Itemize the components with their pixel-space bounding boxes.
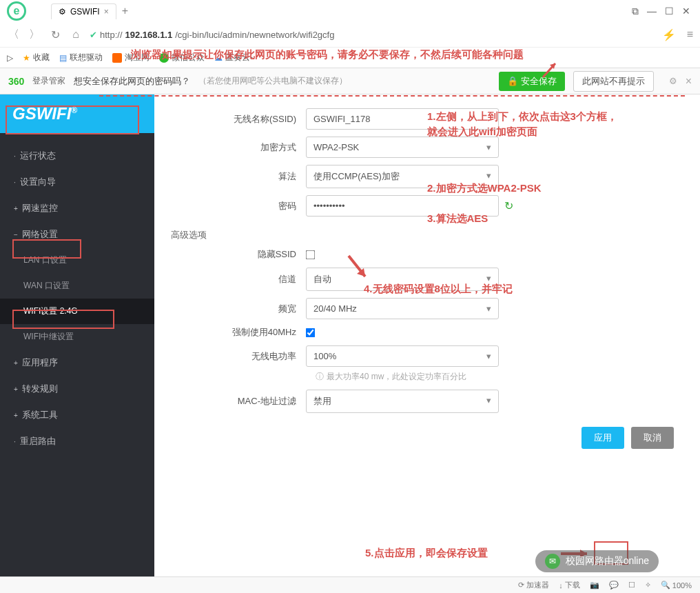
bookmark-item[interactable]: ☁蓝奏云- bbox=[214, 52, 253, 63]
refresh-icon[interactable]: ↻ bbox=[504, 199, 513, 212]
bookmark-item[interactable]: ▤联想驱动 bbox=[59, 52, 103, 63]
browser-chrome: e ⚙ GSWIFI × + ⧉ — ☐ ✕ 〈 〉 ↻ ⌂ ✔ http://… bbox=[0, 0, 700, 68]
status-download[interactable]: ↓ 下载 bbox=[559, 580, 580, 590]
browser-tab[interactable]: ⚙ GSWIFI × bbox=[51, 3, 116, 19]
sidebar-item-wan[interactable]: WAN 口设置 bbox=[0, 273, 154, 299]
star-icon: ★ bbox=[23, 53, 30, 63]
channel-select[interactable]: 自动 bbox=[306, 268, 499, 291]
tab-favicon: ⚙ bbox=[59, 7, 66, 17]
nav-back-icon[interactable]: 〈 bbox=[7, 28, 21, 42]
status-bar: ⟳ 加速器 ↓ 下载 📷 💬 ☐ ✧ 🔍 100% bbox=[0, 576, 700, 593]
channel-label: 信道 bbox=[168, 273, 306, 285]
hide-ssid-checkbox[interactable] bbox=[306, 250, 316, 259]
wechat-icon: ✉ bbox=[545, 554, 560, 569]
pm-text: 想安全保存此网页的密码吗？ bbox=[74, 75, 190, 88]
url-path: /cgi-bin/luci/admin/newnetwork/wifi2gcfg bbox=[175, 30, 334, 40]
sidebar-item-status[interactable]: ·运行状态 bbox=[0, 143, 154, 169]
force40-checkbox[interactable] bbox=[306, 328, 316, 337]
password-manager-bar: 360 登录管家 想安全保存此网页的密码吗？ （若您使用网吧等公共电脑不建议保存… bbox=[0, 68, 700, 94]
window-restore-icon[interactable]: ⧉ bbox=[632, 6, 639, 17]
nav-home-icon[interactable]: ⌂ bbox=[69, 28, 83, 41]
watermark: ✉ 校园网路由器online bbox=[535, 550, 659, 572]
bookmark-toggle-icon[interactable]: ▷ bbox=[7, 53, 13, 63]
password-input[interactable] bbox=[306, 195, 499, 217]
sidebar-item-forward[interactable]: +转发规则 bbox=[0, 376, 154, 402]
apply-button[interactable]: 应用 bbox=[581, 427, 624, 449]
status-icon[interactable]: 📷 bbox=[590, 581, 599, 590]
browser-logo: e bbox=[3, 0, 30, 25]
sidebar-item-wizard[interactable]: ·设置向导 bbox=[0, 169, 154, 195]
pm-note: （若您使用网吧等公共电脑不建议保存） bbox=[198, 75, 347, 87]
status-icon[interactable]: ☐ bbox=[628, 581, 635, 590]
power-select[interactable]: 100% bbox=[306, 345, 499, 367]
window-controls: ⧉ — ☐ ✕ bbox=[632, 6, 697, 17]
flash-icon[interactable]: ⚡ bbox=[662, 28, 676, 41]
new-tab-button[interactable]: + bbox=[122, 5, 128, 17]
ssid-input[interactable] bbox=[306, 108, 499, 130]
encryption-label: 加密方式 bbox=[168, 141, 306, 154]
annotation-dashline bbox=[99, 95, 685, 97]
nav-reload-icon[interactable]: ↻ bbox=[48, 28, 62, 41]
address-bar[interactable]: ✔ http://192.168.1.1/cgi-bin/luci/admin/… bbox=[90, 30, 655, 40]
sidebar-item-wifi24g[interactable]: WIFI设置 2.4G bbox=[0, 299, 154, 324]
url-host: 192.168.1.1 bbox=[125, 30, 173, 40]
mac-filter-select[interactable]: 禁用 bbox=[306, 390, 499, 413]
window-min-icon[interactable]: — bbox=[647, 6, 657, 17]
algorithm-label: 算法 bbox=[168, 170, 306, 183]
url-scheme: http:// bbox=[100, 30, 123, 40]
hide-ssid-label: 隐藏SSID bbox=[168, 248, 306, 261]
bandwidth-label: 频宽 bbox=[168, 303, 306, 315]
doc-icon: ▤ bbox=[59, 53, 67, 63]
router-logo: GSWIFI® bbox=[0, 94, 154, 133]
window-close-icon[interactable]: ✕ bbox=[682, 6, 690, 17]
sidebar-item-apps[interactable]: +应用程序 bbox=[0, 350, 154, 376]
sidebar-item-system[interactable]: +系统工具 bbox=[0, 402, 154, 428]
sidebar-item-reboot[interactable]: ·重启路由 bbox=[0, 428, 154, 454]
password-label: 密码 bbox=[168, 200, 306, 212]
algorithm-select[interactable]: 使用CCMP(AES)加密 bbox=[306, 165, 499, 188]
sidebar-list: ·运行状态 ·设置向导 +网速监控 −网络设置 LAN 口设置 WAN 口设置 … bbox=[0, 133, 154, 454]
nav-forward-icon[interactable]: 〉 bbox=[28, 28, 41, 42]
status-icon[interactable]: 💬 bbox=[609, 581, 619, 590]
main-content: 无线名称(SSID) 加密方式 WPA2-PSK 算法 使用CCMP(AES)加… bbox=[154, 94, 700, 577]
pm-logo: 360 bbox=[8, 76, 24, 87]
power-hint: ⓘ最大功率40 mw，此处设定功率百分比 bbox=[316, 371, 686, 383]
wechat-icon bbox=[159, 53, 169, 63]
cloud-icon: ☁ bbox=[214, 53, 223, 63]
mac-filter-label: MAC-地址过滤 bbox=[168, 395, 306, 408]
shield-icon: ✔ bbox=[90, 30, 97, 40]
bandwidth-select[interactable]: 20/40 MHz bbox=[306, 298, 499, 319]
cancel-button[interactable]: 取消 bbox=[631, 427, 674, 449]
pm-dismiss-button[interactable]: 此网站不再提示 bbox=[573, 71, 654, 92]
advanced-section-title: 高级选项 bbox=[171, 229, 686, 241]
gear-icon[interactable]: ⚙ bbox=[669, 76, 677, 86]
sidebar-item-network[interactable]: −网络设置 bbox=[0, 221, 154, 248]
bookmark-item[interactable]: 微信公众 bbox=[159, 52, 205, 63]
pm-save-button[interactable]: 🔒安全保存 bbox=[499, 72, 565, 91]
taobao-icon bbox=[112, 53, 122, 63]
status-accel[interactable]: ⟳ 加速器 bbox=[518, 580, 549, 590]
status-icon[interactable]: ✧ bbox=[645, 581, 651, 590]
sidebar-item-lan[interactable]: LAN 口设置 bbox=[0, 248, 154, 273]
pm-logo-sub: 登录管家 bbox=[32, 75, 65, 87]
pm-close-icon[interactable]: × bbox=[686, 75, 692, 88]
bookmark-item[interactable]: 淘宝网 bbox=[112, 52, 150, 63]
power-label: 无线电功率 bbox=[168, 350, 306, 363]
ssid-label: 无线名称(SSID) bbox=[168, 113, 306, 125]
sidebar-item-speed[interactable]: +网速监控 bbox=[0, 195, 154, 221]
browser-menu-icon[interactable]: ≡ bbox=[687, 28, 693, 41]
force40-label: 强制使用40MHz bbox=[168, 326, 306, 339]
encryption-select[interactable]: WPA2-PSK bbox=[306, 137, 499, 158]
tab-close-icon[interactable]: × bbox=[104, 7, 109, 17]
sidebar-item-wifi-repeat[interactable]: WIFI中继设置 bbox=[0, 324, 154, 350]
info-icon: ⓘ bbox=[316, 372, 324, 381]
status-zoom[interactable]: 🔍 100% bbox=[661, 581, 692, 590]
favorites-button[interactable]: ★收藏 bbox=[23, 52, 50, 63]
sidebar: GSWIFI® ·运行状态 ·设置向导 +网速监控 −网络设置 LAN 口设置 … bbox=[0, 94, 154, 577]
window-max-icon[interactable]: ☐ bbox=[665, 6, 674, 17]
tab-title: GSWIFI bbox=[70, 7, 100, 17]
lock-icon: 🔒 bbox=[507, 76, 518, 86]
